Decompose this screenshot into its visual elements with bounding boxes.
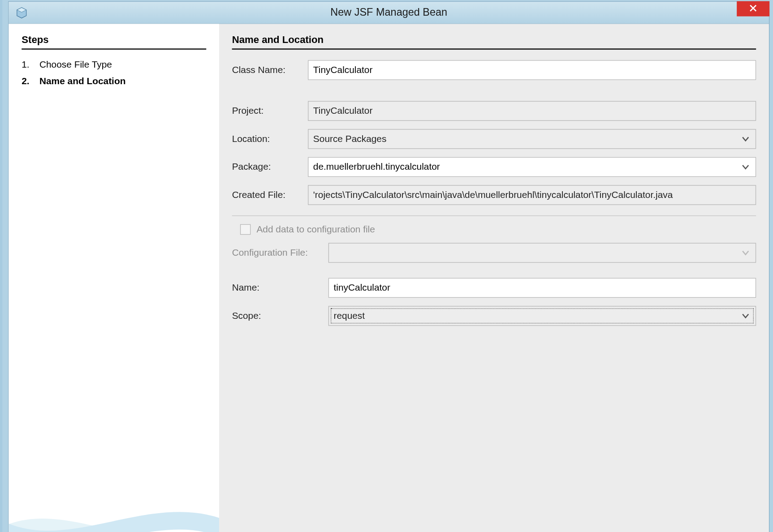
step-item: 1. Choose File Type [22,56,206,73]
step-label: Choose File Type [39,60,112,69]
package-label: Package: [232,162,308,172]
project-value [313,102,751,120]
chevron-down-icon [742,134,750,144]
project-field [308,101,756,121]
name-label: Name: [232,283,328,293]
scope-label: Scope: [232,311,328,321]
class-name-input[interactable] [308,60,756,80]
row-location: Location: Source Packages [232,129,756,149]
app-icon [16,7,27,18]
row-package: Package: [232,157,756,177]
steps-heading: Steps [22,34,206,50]
row-created-file: Created File: [232,185,756,205]
chevron-down-icon [742,311,750,321]
class-name-field[interactable] [313,61,751,80]
step-item: 2. Name and Location [22,73,206,90]
close-button[interactable] [737,1,769,17]
form-heading: Name and Location [232,34,756,50]
name-field[interactable] [334,279,751,297]
step-number: 2. [22,76,37,86]
step-number: 1. [22,60,37,70]
created-file-label: Created File: [232,190,308,200]
close-icon [750,4,757,13]
row-scope: Scope: request [232,306,756,326]
add-config-label: Add data to configuration file [256,224,375,235]
location-value: Source Packages [313,134,387,144]
step-label: Name and Location [39,76,125,86]
row-class-name: Class Name: [232,60,756,80]
created-file-value [313,186,751,205]
divider [232,215,756,216]
titlebar: New JSF Managed Bean [9,2,769,24]
chevron-down-icon [742,248,750,258]
form-panel: Name and Location Class Name: Project: L… [219,24,769,532]
project-label: Project: [232,106,308,116]
created-file-field [308,185,756,205]
row-name: Name: [232,278,756,298]
decorative-wave [9,424,219,532]
config-file-label: Configuration File: [232,248,328,258]
wizard-window: New JSF Managed Bean Steps 1. Choose Fil… [8,1,769,532]
add-config-checkbox-row: Add data to configuration file [240,224,756,235]
add-config-checkbox [240,224,250,235]
row-config-file: Configuration File: [232,243,756,262]
window-title: New JSF Managed Bean [330,6,447,18]
steps-sidebar: Steps 1. Choose File Type 2. Name and Lo… [9,24,219,532]
location-label: Location: [232,134,308,144]
location-select[interactable]: Source Packages [308,129,756,149]
steps-list: 1. Choose File Type 2. Name and Location [22,56,206,89]
wizard-body: Steps 1. Choose File Type 2. Name and Lo… [9,24,769,532]
scope-value: request [334,311,365,321]
class-name-label: Class Name: [232,65,308,75]
package-field[interactable] [313,158,751,176]
scope-select[interactable]: request [328,306,756,326]
package-combo[interactable] [308,157,756,177]
config-file-select [328,243,756,262]
name-input[interactable] [328,278,756,298]
row-project: Project: [232,101,756,121]
